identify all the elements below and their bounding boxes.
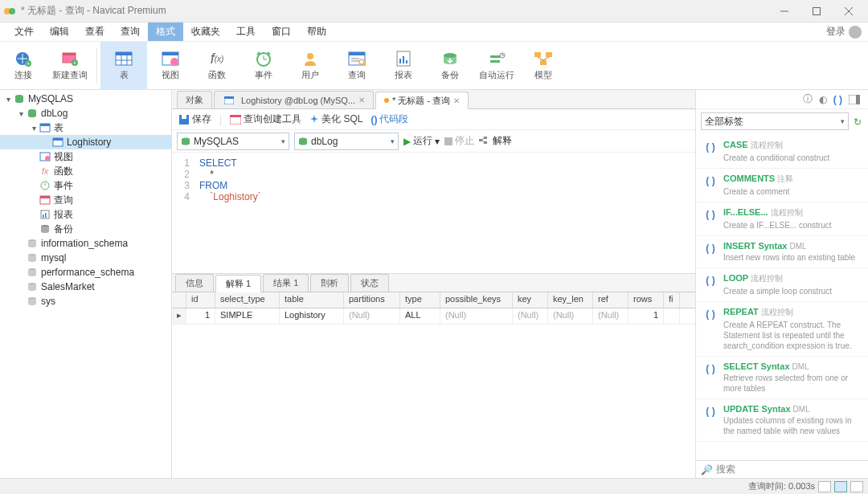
- view-mode-2[interactable]: [834, 481, 847, 492]
- menu-window[interactable]: 窗口: [264, 22, 299, 41]
- close-icon[interactable]: ✕: [358, 96, 365, 104]
- svg-rect-57: [40, 196, 50, 198]
- menu-edit[interactable]: 编辑: [42, 22, 77, 41]
- tree-events[interactable]: 事件: [0, 178, 171, 193]
- svg-rect-43: [540, 60, 547, 65]
- view-mode-1[interactable]: [818, 481, 831, 492]
- tree-table-item[interactable]: Loghistory: [0, 135, 171, 149]
- snippet-item[interactable]: ( ) CASE 流程控制Create a conditional constr…: [696, 135, 868, 169]
- code-snippet-button[interactable]: ()代码段: [371, 112, 408, 126]
- tree-functions[interactable]: fx函数: [0, 164, 171, 178]
- tree-db-other[interactable]: sys: [0, 294, 171, 308]
- minimize-button[interactable]: [768, 0, 800, 22]
- close-button[interactable]: [833, 0, 865, 22]
- tree-views[interactable]: 视图: [0, 149, 171, 164]
- menu-format[interactable]: 格式: [148, 22, 183, 41]
- svg-point-20: [170, 58, 178, 66]
- tree-connection[interactable]: ▾MySQLAS: [0, 92, 171, 106]
- svg-rect-28: [349, 52, 365, 55]
- snippet-icon[interactable]: ( ): [833, 94, 842, 105]
- table-button[interactable]: 表: [100, 42, 147, 90]
- snippet-item[interactable]: ( ) SELECT Syntax DMLRetrieve rows selec…: [696, 357, 868, 399]
- tree-database[interactable]: ▾dbLog: [0, 106, 171, 120]
- result-tab-info[interactable]: 信息: [175, 274, 214, 292]
- svg-rect-72: [230, 115, 241, 117]
- run-button[interactable]: ▶运行 ▾: [403, 134, 440, 148]
- view-mode-3[interactable]: [850, 481, 863, 492]
- tree-tables-folder[interactable]: ▾表: [0, 120, 171, 135]
- tree-backups[interactable]: 备份: [0, 222, 171, 236]
- info-icon[interactable]: ⓘ: [803, 92, 813, 106]
- refresh-icon[interactable]: ↻: [854, 112, 868, 128]
- snippet-item[interactable]: ( ) REPEAT 流程控制Create A REPEAT construct…: [696, 302, 868, 357]
- menu-query[interactable]: 查询: [113, 22, 148, 41]
- grid-data-row[interactable]: ▸ 1 SIMPLE Loghistory (Null) ALL (Null) …: [172, 308, 695, 325]
- connect-button[interactable]: +连接: [0, 42, 47, 90]
- event-button[interactable]: 事件: [240, 42, 287, 90]
- tree-db-other[interactable]: SalesMarket: [0, 280, 171, 294]
- panel-icon[interactable]: [849, 95, 860, 104]
- user-button[interactable]: 用户: [287, 42, 334, 90]
- result-tab-status[interactable]: 状态: [350, 274, 389, 292]
- avatar-icon: [849, 26, 862, 39]
- title-bar: * 无标题 - 查询 - Navicat Premium: [0, 0, 868, 22]
- tree-db-other[interactable]: information_schema: [0, 236, 171, 251]
- sql-editor[interactable]: 1234 SELECT * FROM `Loghistory`: [172, 153, 695, 273]
- function-button[interactable]: f(x)函数: [194, 42, 240, 90]
- tag-filter-select[interactable]: 全部标签▾: [701, 112, 849, 130]
- autorun-button[interactable]: 自动运行: [473, 42, 520, 90]
- query-button[interactable]: 查询: [334, 42, 380, 90]
- close-icon[interactable]: ✕: [453, 96, 460, 105]
- snippet-item[interactable]: ( ) LOOP 流程控制Create a simple loop constr…: [696, 268, 868, 302]
- svg-rect-34: [399, 59, 401, 63]
- query-toolbar: 保存 | 查询创建工具 美化 SQL ()代码段: [172, 109, 695, 130]
- tree-reports[interactable]: 报表: [0, 207, 171, 222]
- login-link[interactable]: 登录: [826, 25, 862, 39]
- svg-point-1: [9, 8, 15, 14]
- tab-untitled-query[interactable]: * 无标题 - 查询✕: [375, 92, 469, 109]
- tree-db-other[interactable]: mysql: [0, 251, 171, 265]
- svg-rect-38: [490, 55, 500, 58]
- result-tabs: 信息 解释 1 结果 1 剖析 状态: [172, 273, 695, 292]
- stop-button[interactable]: 停止: [444, 134, 474, 148]
- snippet-item[interactable]: ( ) IF...ELSE... 流程控制Create a IF...ELSE.…: [696, 202, 868, 236]
- menu-file[interactable]: 文件: [6, 22, 42, 41]
- svg-line-45: [543, 57, 549, 60]
- report-button[interactable]: 报表: [380, 42, 427, 90]
- save-button[interactable]: 保存: [178, 112, 211, 126]
- explain-button[interactable]: 解释: [479, 134, 512, 148]
- svg-rect-81: [856, 95, 860, 104]
- new-query-button[interactable]: +新建查询: [47, 42, 93, 90]
- tab-loghistory[interactable]: Loghistory @dbLog (MySQ...✕: [214, 91, 374, 108]
- tree-queries[interactable]: 查询: [0, 193, 171, 207]
- query-builder-button[interactable]: 查询创建工具: [230, 112, 301, 126]
- tab-objects[interactable]: 对象: [177, 91, 212, 108]
- result-tab-profile[interactable]: 剖析: [310, 274, 349, 292]
- tree-db-other[interactable]: performance_schema: [0, 265, 171, 280]
- menu-favorites[interactable]: 收藏夹: [183, 22, 228, 41]
- connection-select[interactable]: MySQLAS▾: [177, 133, 289, 150]
- connection-tree: ▾MySQLAS ▾dbLog ▾表 Loghistory 视图 fx函数 事件…: [0, 90, 172, 478]
- result-tab-result[interactable]: 结果 1: [263, 274, 309, 292]
- menu-help[interactable]: 帮助: [299, 22, 334, 41]
- status-bar: 查询时间: 0.003s: [0, 478, 868, 494]
- svg-rect-77: [484, 141, 487, 144]
- svg-rect-76: [484, 137, 487, 139]
- backup-button[interactable]: 备份: [427, 42, 473, 90]
- search-icon: 🔎: [701, 464, 713, 476]
- result-tab-explain[interactable]: 解释 1: [215, 275, 261, 292]
- model-button[interactable]: 模型: [520, 42, 567, 90]
- maximize-button[interactable]: [800, 0, 833, 22]
- svg-rect-35: [403, 56, 404, 63]
- snippet-item[interactable]: ( ) COMMENTS 注释Create a comment: [696, 169, 868, 202]
- ddl-icon[interactable]: ◐: [819, 94, 827, 105]
- menu-view[interactable]: 查看: [77, 22, 113, 41]
- result-grid[interactable]: id select_type table partitions type pos…: [172, 292, 695, 478]
- beautify-sql-button[interactable]: 美化 SQL: [309, 112, 362, 126]
- snippet-item[interactable]: ( ) UPDATE Syntax DMLUpdates columns of …: [696, 399, 868, 442]
- snippet-search-input[interactable]: 🔎搜索: [696, 460, 868, 478]
- menu-tools[interactable]: 工具: [228, 22, 264, 41]
- view-button[interactable]: 视图: [147, 42, 194, 90]
- database-select[interactable]: dbLog▾: [294, 133, 399, 150]
- snippet-item[interactable]: ( ) INSERT Syntax DMLInsert new rows int…: [696, 236, 868, 268]
